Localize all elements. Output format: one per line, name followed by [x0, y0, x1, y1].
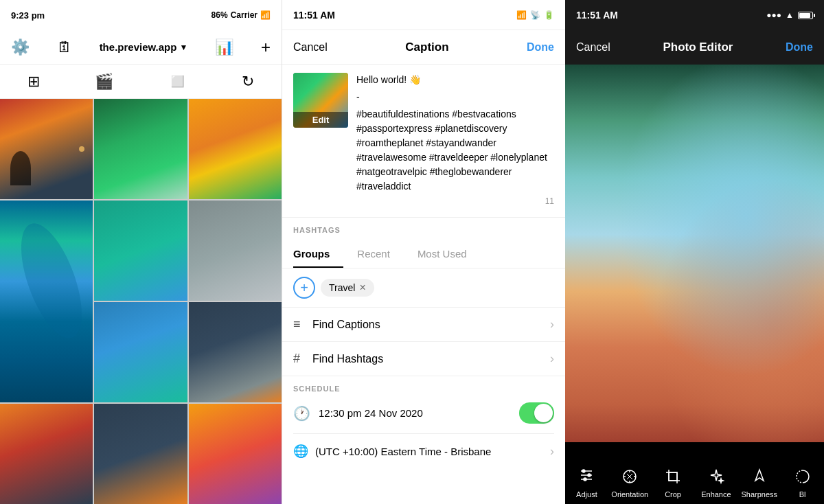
- enhance-label: Enhance: [701, 490, 731, 499]
- grid-cell[interactable]: [94, 201, 187, 301]
- feed-battery-pct: 86%: [211, 10, 228, 20]
- caption-hashtags-text: #beautifuldestinations #bestvacations #p…: [356, 107, 554, 194]
- grid-cell[interactable]: [0, 99, 93, 199]
- calendar-icon[interactable]: 🗓: [57, 38, 72, 56]
- tool-adjust[interactable]: Adjust: [568, 467, 606, 499]
- reel-icon[interactable]: 🎬: [95, 73, 113, 91]
- find-hashtags-icon: #: [293, 352, 312, 366]
- timezone-row[interactable]: 🌐 (UTC +10:00) Eastern Time - Brisbane ›: [293, 434, 554, 468]
- svg-rect-7: [669, 472, 677, 481]
- feed-carrier: Carrier: [231, 10, 258, 20]
- wifi-icon: 📶: [260, 10, 271, 20]
- adjust-icon: [578, 467, 595, 488]
- tool-enhance[interactable]: Enhance: [697, 468, 735, 499]
- crop-label: Crop: [665, 490, 681, 499]
- add-tag-button[interactable]: +: [293, 277, 315, 299]
- editor-image: [565, 65, 824, 442]
- feed-toolbar: ⊞ 🎬 ◻️ ↻: [0, 65, 282, 99]
- hashtags-section: HASHTAGS Groups Recent Most Used + Trave…: [282, 218, 565, 307]
- caption-panel: 11:51 AM 📶 📡 🔋 Cancel Caption Done Edit …: [282, 0, 565, 504]
- chevron-down-icon: ▼: [179, 43, 187, 52]
- orientation-label: Orientation: [611, 490, 648, 499]
- grid-cell[interactable]: [189, 302, 282, 402]
- edit-label[interactable]: Edit: [293, 112, 348, 128]
- account-selector[interactable]: the.preview.app ▼: [100, 41, 188, 53]
- timezone-chevron-icon: ›: [550, 444, 554, 459]
- caption-text: Hello world! 👋 - #beautifuldestinations …: [356, 73, 554, 194]
- feed-panel: 9:23 pm 86% Carrier 📶 ⚙️ 🗓 the.preview.a…: [0, 0, 282, 504]
- photo-grid: [0, 99, 282, 504]
- refresh-icon[interactable]: ↻: [242, 73, 254, 91]
- editor-signal-icon: ●●●: [766, 10, 781, 20]
- grid-cell[interactable]: [94, 302, 187, 402]
- sharpness-label: Sharpness: [741, 490, 777, 499]
- tab-groups[interactable]: Groups: [293, 241, 343, 268]
- find-captions-label: Find Captions: [312, 319, 550, 331]
- tool-crop[interactable]: Crop: [654, 468, 692, 499]
- bl-icon: [794, 468, 811, 488]
- hashtags-tags-area: + Travel ×: [293, 268, 554, 307]
- tab-recent[interactable]: Recent: [357, 241, 404, 268]
- enhance-icon: [708, 468, 724, 488]
- tag-chip[interactable]: Travel ×: [321, 279, 374, 297]
- editor-header: Cancel Photo Editor Done: [565, 30, 824, 65]
- editor-done-button[interactable]: Done: [786, 41, 813, 54]
- caption-header: Cancel Caption Done: [282, 30, 565, 65]
- editor-panel: 11:51 AM ●●● ▲ Cancel Photo Editor Done: [565, 0, 824, 504]
- schedule-time: 12:30 pm 24 Nov 2020: [319, 407, 519, 419]
- adjust-label: Adjust: [576, 490, 597, 499]
- add-icon[interactable]: +: [261, 38, 271, 57]
- editor-status-icons: ●●● ▲: [766, 10, 813, 20]
- stats-icon[interactable]: 📊: [215, 38, 233, 56]
- editor-battery-icon: [798, 12, 813, 19]
- editor-cancel-button[interactable]: Cancel: [576, 41, 610, 54]
- caption-text-area[interactable]: Hello world! 👋 - #beautifuldestinations …: [356, 73, 554, 209]
- tool-bl[interactable]: Bl: [783, 468, 821, 499]
- editor-wifi-icon: ▲: [786, 10, 794, 20]
- caption-thumbnail[interactable]: Edit: [293, 73, 348, 128]
- tab-most-used[interactable]: Most Used: [417, 241, 481, 268]
- settings-icon[interactable]: ⚙️: [11, 38, 30, 56]
- grid-cell[interactable]: [189, 99, 282, 199]
- grid-icon[interactable]: ⊞: [27, 73, 40, 91]
- timezone-label: (UTC +10:00) Eastern Time - Brisbane: [315, 446, 543, 457]
- schedule-row: 🕐 12:30 pm 24 Nov 2020: [293, 393, 554, 434]
- svg-point-5: [584, 478, 586, 481]
- editor-status-bar: 11:51 AM ●●● ▲: [565, 0, 824, 30]
- caption-done-button[interactable]: Done: [527, 41, 554, 54]
- tag-chip-label: Travel: [329, 282, 355, 293]
- caption-status-time: 11:51 AM: [293, 10, 335, 21]
- find-captions-item[interactable]: ≡ Find Captions ›: [282, 308, 565, 342]
- grid-cell[interactable]: [189, 201, 282, 301]
- account-name: the.preview.app: [100, 41, 177, 53]
- schedule-toggle[interactable]: [519, 402, 554, 424]
- caption-status-bar: 11:51 AM 📶 📡 🔋: [282, 0, 565, 30]
- signal-icon: 📶: [516, 10, 527, 20]
- svg-point-4: [588, 474, 591, 477]
- grid-cell-large[interactable]: [0, 201, 93, 402]
- caption-edit-area: Edit Hello world! 👋 - #beautifuldestinat…: [282, 65, 565, 218]
- grid-cell[interactable]: [94, 99, 187, 199]
- find-hashtags-item[interactable]: # Find Hashtags ›: [282, 342, 565, 376]
- clock-icon: 🕐: [293, 405, 310, 422]
- battery-icon: 🔋: [544, 10, 554, 20]
- grid-cell[interactable]: [0, 404, 93, 504]
- caption-separator: -: [356, 90, 554, 104]
- editor-title: Photo Editor: [663, 41, 733, 54]
- stories-icon[interactable]: ◻️: [168, 73, 187, 91]
- sharpness-icon: [751, 468, 768, 488]
- caption-cancel-button[interactable]: Cancel: [293, 41, 328, 54]
- grid-cell[interactable]: [189, 404, 282, 504]
- bl-label: Bl: [799, 490, 806, 499]
- grid-cell[interactable]: [94, 404, 187, 504]
- caption-title: Caption: [405, 41, 448, 54]
- globe-icon: 🌐: [293, 444, 308, 459]
- svg-point-3: [582, 470, 585, 472]
- tool-orientation[interactable]: Orientation: [611, 468, 649, 499]
- feed-status-right: 86% Carrier 📶: [211, 10, 271, 20]
- tag-chip-remove[interactable]: ×: [359, 282, 365, 294]
- orientation-icon: [621, 468, 638, 488]
- tool-sharpness[interactable]: Sharpness: [740, 468, 778, 499]
- feed-navbar: ⚙️ 🗓 the.preview.app ▼ 📊 +: [0, 30, 282, 65]
- chevron-right-icon: ›: [550, 317, 554, 332]
